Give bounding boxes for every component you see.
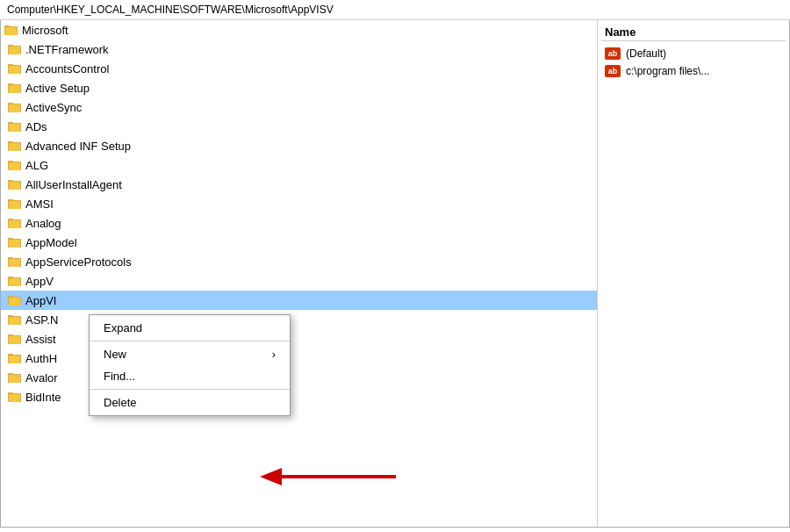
svg-rect-5 [9,47,20,54]
svg-rect-59 [9,394,20,402]
tree-item[interactable]: AppModel [1,233,597,252]
registry-tree[interactable]: Microsoft .NETFramework AccountsContr [1,20,598,527]
folder-icon [8,391,22,403]
folder-icon [8,43,22,55]
right-pane: Name ab (Default) ab c:\program files\..… [598,20,789,527]
tree-item[interactable]: AllUserInstallAgent [1,175,597,194]
svg-rect-41 [9,278,20,286]
folder-icon [8,178,22,191]
tree-item[interactable]: AMSI [1,194,597,213]
tree-item-label: AppV [25,275,54,288]
context-menu-new[interactable]: New › [90,343,290,365]
tree-item-label: .NETFramework [25,43,109,56]
tree-item[interactable]: ActiveSync [1,97,597,117]
tree-item[interactable]: .NETFramework [1,40,597,59]
folder-icon [8,236,22,248]
context-menu-delete[interactable]: Delete [90,392,290,413]
tree-item-label: AppVI [25,294,56,307]
context-menu: Expand New › Find... Delete [89,314,291,416]
folder-icon [8,198,22,210]
tree-item-label: Avalor [25,371,58,385]
svg-rect-23 [9,162,20,170]
tree-item-label: AMSI [25,198,54,211]
folder-icon [8,82,22,94]
tree-item[interactable]: Advanced INF Setup [1,136,597,155]
tree-item[interactable]: AccountsControl [1,59,597,78]
context-menu-separator-1 [90,341,290,341]
folder-icon [8,159,22,171]
tree-root[interactable]: Microsoft [1,20,597,40]
folder-icon [8,255,22,268]
svg-rect-29 [9,201,20,209]
svg-rect-26 [9,182,20,190]
svg-rect-47 [9,317,20,325]
svg-rect-53 [9,356,20,363]
address-bar: Computer\HKEY_LOCAL_MACHINE\SOFTWARE\Mic… [0,0,790,20]
tree-item[interactable]: Active Setup [1,78,597,97]
folder-icon [8,120,22,133]
tree-item-label: AppModel [25,236,77,249]
tree-item-label: ADs [25,120,47,133]
tree-item-label: Assist [25,333,56,346]
folder-icon [4,24,18,36]
svg-rect-32 [9,220,20,228]
tree-item[interactable]: Analog [1,213,597,233]
registry-value[interactable]: ab c:\program files\... [601,62,786,80]
tree-item-label: ActiveSync [25,101,82,114]
tree-item[interactable]: ADs [1,117,597,136]
folder-icon [8,62,22,75]
reg-value-name: (Default) [626,47,666,60]
folder-icon [8,333,22,345]
svg-rect-50 [9,336,20,344]
reg-value-name: c:\program files\... [626,65,709,77]
tree-item-label: AppServiceProtocols [25,255,132,269]
svg-rect-17 [9,124,20,132]
tree-item[interactable]: AppVI [1,291,597,310]
folder-icon [8,275,22,287]
folder-icon [8,101,22,113]
tree-item-label: AuthH [25,352,57,365]
folder-icon [8,140,22,152]
address-path: Computer\HKEY_LOCAL_MACHINE\SOFTWARE\Mic… [7,4,334,16]
svg-marker-61 [260,468,282,485]
delete-arrow [159,450,405,506]
tree-item[interactable]: AppV [1,271,597,291]
folder-icon [8,217,22,229]
context-menu-find[interactable]: Find... [90,365,290,387]
tree-item-label: ASP.N [25,313,58,327]
tree-item[interactable]: ALG [1,155,597,175]
context-menu-separator-2 [90,389,290,390]
tree-item[interactable]: AppServiceProtocols [1,252,597,271]
svg-rect-44 [9,298,20,306]
svg-rect-20 [9,143,20,151]
registry-value[interactable]: ab (Default) [601,45,786,62]
folder-icon [8,371,22,384]
reg-type-icon: ab [605,65,621,77]
context-menu-expand[interactable]: Expand [90,317,290,339]
svg-rect-11 [9,85,20,93]
svg-rect-8 [9,66,20,74]
svg-rect-56 [9,375,20,383]
folder-icon [8,294,22,306]
tree-root-label: Microsoft [22,24,68,37]
tree-item-label: ALG [25,159,48,172]
svg-rect-14 [9,104,20,112]
tree-item-label: Active Setup [25,82,90,95]
reg-type-icon: ab [605,47,621,60]
svg-rect-2 [5,27,17,35]
svg-rect-35 [9,240,20,248]
folder-icon [8,313,22,326]
right-pane-header: Name [601,24,786,41]
tree-item-label: Advanced INF Setup [25,140,131,153]
tree-item-label: AllUserInstallAgent [25,178,122,191]
tree-item-label: Analog [25,217,61,230]
folder-icon [8,352,22,364]
svg-rect-38 [9,259,20,267]
tree-item-label: AccountsControl [25,62,109,75]
tree-item-label: BidInte [25,391,61,404]
submenu-arrow: › [272,348,276,361]
